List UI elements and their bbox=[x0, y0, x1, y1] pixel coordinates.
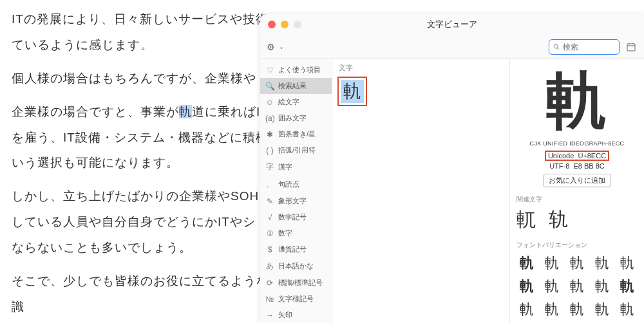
variation-3[interactable]: 軌 bbox=[592, 254, 612, 273]
sidebar-item-10[interactable]: ①数字 bbox=[260, 225, 332, 241]
sidebar-item-1[interactable]: 🔍検索結果 bbox=[260, 78, 332, 94]
sidebar-label: 矢印 bbox=[278, 310, 292, 320]
sidebar-item-6[interactable]: 字漢字 bbox=[260, 158, 332, 176]
sidebar-label: 象形文字 bbox=[278, 196, 307, 206]
sidebar-label: 数学記号 bbox=[278, 212, 307, 222]
related-char-0[interactable]: 軏 bbox=[516, 207, 536, 233]
window-title: 文字ビューア bbox=[260, 19, 644, 30]
sidebar-icon: 字 bbox=[265, 162, 274, 172]
sidebar-label: 漢字 bbox=[278, 162, 292, 172]
sidebar-label: よく使う項目 bbox=[278, 65, 321, 75]
character-viewer-window: 文字ビューア ⚙ ⌄ ♡よく使う項目🔍検索結果☺絵文字(a)囲み文字✱箇条書き/… bbox=[260, 14, 644, 323]
sidebar-label: 囲み文字 bbox=[278, 113, 307, 123]
glyph-name: CJK UNIFIED IDEOGRAPH-8ECC bbox=[516, 140, 638, 147]
unicode-codepoint: Unicode U+8ECC bbox=[545, 151, 609, 161]
result-highlight: 軌 bbox=[337, 77, 367, 106]
sidebar-item-2[interactable]: ☺絵文字 bbox=[260, 94, 332, 110]
calendar-icon[interactable] bbox=[625, 41, 638, 53]
sidebar-item-13[interactable]: ⟳標識/標準記号 bbox=[260, 275, 332, 291]
sidebar-label: 文字様記号 bbox=[278, 294, 314, 304]
sidebar-icon: (a) bbox=[265, 114, 274, 123]
variation-12[interactable]: 軌 bbox=[567, 300, 587, 319]
search-icon bbox=[553, 43, 560, 51]
sidebar-item-11[interactable]: $通貨記号 bbox=[260, 241, 332, 257]
variation-4[interactable]: 軌 bbox=[618, 254, 638, 273]
maximize-icon[interactable] bbox=[294, 21, 301, 28]
sidebar-item-14[interactable]: №文字様記号 bbox=[260, 291, 332, 307]
toolbar-menu[interactable]: ⚙ ⌄ bbox=[267, 42, 284, 52]
sidebar-item-3[interactable]: (a)囲み文字 bbox=[260, 110, 332, 126]
sidebar-icon: ⟳ bbox=[265, 279, 274, 288]
variation-11[interactable]: 軌 bbox=[542, 300, 562, 319]
sidebar-icon: ( ) bbox=[265, 146, 274, 155]
sidebar-label: 句読点 bbox=[278, 180, 299, 189]
sidebar-item-4[interactable]: ✱箇条書き/星 bbox=[260, 126, 332, 142]
sidebar-label: 標識/標準記号 bbox=[278, 278, 323, 288]
result-char[interactable]: 軌 bbox=[341, 80, 364, 103]
variation-14[interactable]: 軌 bbox=[618, 300, 638, 319]
sidebar-item-8[interactable]: ✎象形文字 bbox=[260, 193, 332, 209]
variation-1[interactable]: 軌 bbox=[542, 254, 562, 273]
sidebar-icon: 🔍 bbox=[265, 82, 274, 91]
sidebar-label: 数字 bbox=[278, 228, 292, 238]
sidebar-label: 括弧/引用符 bbox=[278, 145, 316, 155]
variation-8[interactable]: 軌 bbox=[592, 277, 612, 296]
variation-0[interactable]: 軌 bbox=[516, 254, 536, 273]
svg-rect-0 bbox=[627, 44, 635, 51]
sidebar-label: 検索結果 bbox=[278, 81, 307, 91]
variation-10[interactable]: 軌 bbox=[516, 300, 536, 319]
sidebar-icon: ① bbox=[265, 229, 274, 238]
chevron-down-icon: ⌄ bbox=[279, 43, 284, 50]
related-title: 関連文字 bbox=[516, 195, 638, 204]
sidebar-item-12[interactable]: あ日本語かな bbox=[260, 257, 332, 275]
sidebar-label: 通貨記号 bbox=[278, 245, 307, 254]
sidebar-label: 絵文字 bbox=[278, 97, 299, 107]
sidebar-item-7[interactable]: 、句読点 bbox=[260, 176, 332, 193]
sidebar-icon: ✱ bbox=[265, 130, 274, 139]
search-input-wrap[interactable] bbox=[549, 39, 620, 55]
glyph-preview: 軌 bbox=[516, 69, 638, 131]
sidebar-icon: $ bbox=[265, 245, 274, 254]
sidebar-icon: 、 bbox=[265, 179, 274, 190]
sidebar-icon: あ bbox=[265, 261, 274, 272]
sidebar-label: 箇条書き/星 bbox=[278, 129, 316, 139]
close-icon[interactable] bbox=[268, 21, 276, 28]
variation-7[interactable]: 軌 bbox=[567, 277, 587, 296]
sidebar-icon: ☺ bbox=[265, 98, 274, 107]
variation-9[interactable]: 軌 bbox=[618, 277, 638, 296]
results-column: 文字 軌 bbox=[332, 59, 510, 323]
variation-13[interactable]: 軌 bbox=[592, 300, 612, 319]
variation-6[interactable]: 軌 bbox=[542, 277, 562, 296]
sidebar-item-9[interactable]: √数学記号 bbox=[260, 209, 332, 225]
highlighted-char[interactable]: 軌 bbox=[179, 105, 192, 118]
related-chars: 軏轨 bbox=[516, 207, 638, 233]
sidebar-item-15[interactable]: →矢印 bbox=[260, 307, 332, 323]
variation-title: フォントバリエーション bbox=[516, 241, 638, 250]
related-char-1[interactable]: 轨 bbox=[549, 207, 568, 233]
sidebar-item-5[interactable]: ( )括弧/引用符 bbox=[260, 142, 332, 158]
sidebar-label: 日本語かな bbox=[278, 261, 314, 271]
sidebar-icon: → bbox=[265, 311, 274, 320]
minimize-icon[interactable] bbox=[281, 21, 289, 28]
toolbar: ⚙ ⌄ bbox=[260, 35, 644, 59]
sidebar-icon: √ bbox=[265, 213, 274, 222]
titlebar[interactable]: 文字ビューア bbox=[260, 14, 644, 35]
category-sidebar: ♡よく使う項目🔍検索結果☺絵文字(a)囲み文字✱箇条書き/星( )括弧/引用符字… bbox=[260, 59, 332, 323]
gear-icon: ⚙ bbox=[267, 42, 275, 52]
variation-5[interactable]: 軌 bbox=[516, 277, 536, 296]
font-variations: 軌軌軌軌軌軌軌軌軌軌軌軌軌軌軌 bbox=[516, 254, 638, 319]
sidebar-icon: № bbox=[265, 295, 274, 304]
utf8-codepoint: UTF-8 E8 BB 8C bbox=[516, 162, 638, 170]
search-input[interactable] bbox=[563, 42, 615, 51]
add-favorite-button[interactable]: お気に入りに追加 bbox=[543, 174, 611, 187]
variation-2[interactable]: 軌 bbox=[567, 254, 587, 273]
detail-column: 軌 CJK UNIFIED IDEOGRAPH-8ECC Unicode U+8… bbox=[510, 59, 644, 323]
sidebar-item-0[interactable]: ♡よく使う項目 bbox=[260, 62, 332, 78]
sidebar-icon: ♡ bbox=[265, 66, 274, 75]
sidebar-icon: ✎ bbox=[265, 197, 274, 206]
results-label: 文字 bbox=[332, 59, 509, 75]
traffic-lights bbox=[260, 21, 301, 28]
